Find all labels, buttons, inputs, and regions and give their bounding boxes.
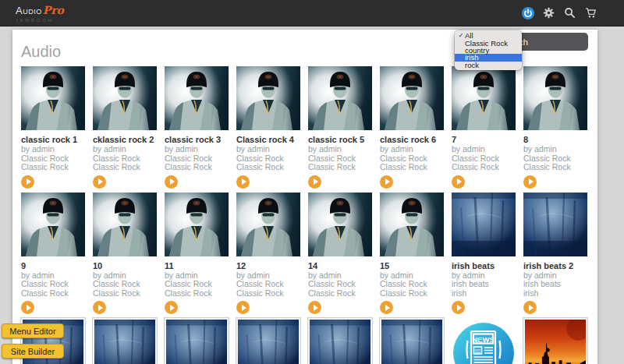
audio-card[interactable]: 12 by admin Classic Rock Classic Rock (236, 193, 300, 315)
play-button[interactable] (452, 301, 465, 314)
track-artist: by admin (308, 145, 372, 154)
play-button[interactable] (523, 301, 537, 314)
album-art[interactable] (308, 66, 372, 130)
play-button[interactable] (21, 301, 34, 314)
play-button[interactable] (380, 301, 393, 314)
track-subgenre: Classic Rock (165, 163, 229, 172)
menu-editor-button[interactable]: Menu Editor (2, 323, 64, 338)
play-button[interactable] (236, 175, 250, 189)
track-title[interactable]: classic rock 6 (380, 134, 444, 145)
track-genre: Classic Rock (93, 280, 157, 289)
dropdown-option[interactable]: rock (455, 62, 522, 69)
play-button[interactable] (308, 301, 321, 314)
album-art[interactable] (523, 318, 587, 364)
site-builder-button[interactable]: Site Builder (2, 344, 64, 359)
album-art[interactable] (165, 66, 229, 130)
album-art[interactable] (380, 318, 444, 364)
audio-card[interactable]: cklassic rock 2 by admin Classic Rock Cl… (93, 66, 157, 189)
track-title[interactable]: 14 (308, 260, 372, 271)
track-title[interactable]: 10 (93, 260, 157, 271)
gear-icon[interactable] (542, 6, 555, 19)
track-title[interactable]: classic rock 1 (21, 134, 85, 145)
track-title[interactable]: 15 (380, 260, 444, 271)
album-art[interactable] (308, 193, 372, 256)
audio-card[interactable]: 15 by admin Classic Rock Classic Rock (380, 193, 444, 315)
album-art[interactable] (236, 66, 300, 130)
track-artist: by admin (165, 145, 229, 154)
audio-card[interactable]: classic rock 3 by admin Classic Rock Cla… (165, 66, 229, 189)
app-logo[interactable]: AudioPro JAMROOM (16, 4, 64, 23)
track-title[interactable]: classic rock 5 (308, 134, 372, 145)
dropdown-option-label: rock (465, 61, 479, 69)
album-art[interactable] (452, 193, 516, 256)
audio-card[interactable] (236, 318, 300, 364)
album-art[interactable] (380, 66, 444, 130)
album-art[interactable] (21, 66, 85, 130)
play-button[interactable] (308, 175, 321, 189)
track-title[interactable]: Classic rock 4 (236, 134, 300, 145)
track-title[interactable]: 9 (21, 260, 85, 271)
album-art[interactable] (21, 193, 85, 256)
audio-card[interactable]: irish beats by admin irish beats irish (452, 193, 516, 315)
album-art[interactable] (308, 318, 372, 364)
play-icon (98, 178, 103, 185)
power-icon[interactable] (521, 6, 534, 19)
audio-card[interactable] (523, 318, 587, 364)
play-icon (385, 178, 390, 185)
audio-card[interactable] (308, 318, 372, 364)
audio-card[interactable]: classic rock 1 by admin Classic Rock Cla… (21, 66, 85, 189)
audio-card[interactable]: irish beats 2 by admin irish beats irish (523, 193, 587, 315)
album-art[interactable] (165, 193, 229, 256)
audio-grid: classic rock 1 by admin Classic Rock Cla… (12, 66, 597, 364)
track-title[interactable]: irish beats (452, 260, 516, 271)
audio-card[interactable]: classic rock 5 by admin Classic Rock Cla… (308, 66, 372, 189)
album-art[interactable] (165, 318, 229, 364)
track-title[interactable]: 7 (452, 134, 516, 145)
audio-card[interactable]: 8 by admin Classic Rock Classic Rock (523, 66, 587, 189)
audio-card[interactable]: 14 by admin Classic Rock Classic Rock (308, 193, 372, 315)
track-title[interactable]: 8 (523, 134, 587, 145)
album-art[interactable] (523, 66, 587, 130)
album-art[interactable] (380, 193, 444, 256)
track-title[interactable]: 12 (236, 260, 300, 271)
audio-card[interactable]: classic rock 6 by admin Classic Rock Cla… (380, 66, 444, 189)
audio-card[interactable] (93, 318, 157, 364)
audio-card[interactable] (380, 318, 444, 364)
audio-card[interactable]: 11 by admin Classic Rock Classic Rock (165, 193, 229, 315)
track-subgenre: irish (523, 289, 587, 299)
album-art[interactable] (452, 66, 516, 130)
album-art[interactable] (236, 318, 300, 364)
cart-icon[interactable] (584, 6, 597, 19)
header-icon-bar (521, 0, 597, 26)
play-button[interactable] (93, 175, 106, 189)
track-subgenre: Classic Rock (21, 289, 85, 299)
album-art[interactable] (523, 193, 587, 256)
album-art[interactable] (236, 193, 300, 256)
play-button[interactable] (165, 175, 178, 189)
track-title[interactable]: cklassic rock 2 (93, 134, 157, 145)
play-button[interactable] (523, 175, 537, 189)
play-button[interactable] (236, 301, 250, 314)
album-art[interactable] (93, 66, 157, 130)
grid-row: 9 by admin Classic Rock Classic Rock 10 … (21, 193, 597, 315)
track-title[interactable]: 11 (165, 260, 229, 271)
album-art[interactable] (93, 193, 157, 256)
search-icon[interactable] (563, 6, 576, 19)
album-art[interactable] (93, 318, 157, 364)
track-artist: by admin (380, 145, 444, 154)
play-button[interactable] (93, 301, 106, 314)
audio-card[interactable] (452, 318, 516, 364)
track-title[interactable]: classic rock 3 (165, 134, 229, 145)
album-art[interactable] (452, 318, 516, 364)
audio-card[interactable] (165, 318, 229, 364)
play-button[interactable] (452, 175, 465, 189)
play-button[interactable] (380, 175, 393, 189)
audio-card[interactable]: 9 by admin Classic Rock Classic Rock (21, 193, 85, 315)
audio-card[interactable]: Classic rock 4 by admin Classic Rock Cla… (236, 66, 300, 189)
audio-card[interactable]: 10 by admin Classic Rock Classic Rock (93, 193, 157, 315)
track-title[interactable]: irish beats 2 (523, 260, 587, 271)
play-button[interactable] (21, 175, 34, 189)
play-button[interactable] (165, 301, 178, 314)
play-icon (385, 305, 390, 311)
audio-card[interactable]: 7 by admin Classic Rock Classic Rock (452, 66, 516, 189)
